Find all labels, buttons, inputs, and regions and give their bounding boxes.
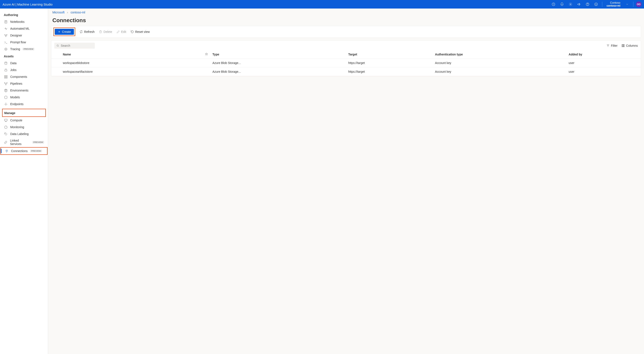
search-input[interactable] — [61, 44, 93, 47]
connections-panel: Filter Columns Name Type Target Authenti… — [51, 40, 641, 76]
data-icon — [4, 61, 8, 65]
svg-rect-27 — [623, 45, 623, 47]
sidebar-item-label: Environments — [10, 89, 28, 92]
resetview-label: Reset view — [135, 30, 150, 34]
table-header-row: Name Type Target Authentication type Add… — [51, 50, 641, 59]
svg-point-13 — [5, 62, 7, 63]
sidebar-item-monitoring[interactable]: Monitoring — [0, 124, 48, 130]
sidebar-item-jobs[interactable]: Jobs — [0, 67, 48, 73]
sidebar-item-tracing[interactable]: Tracing PREVIEW — [0, 46, 48, 53]
col-addedby[interactable]: Added by — [566, 50, 641, 59]
sidebar-item-components[interactable]: Components — [0, 73, 48, 80]
sidebar-item-label: Components — [10, 75, 27, 78]
sidebar-item-datalabeling[interactable]: Data Labeling — [0, 130, 48, 137]
sidebar-item-promptflow[interactable]: Prompt flow — [0, 39, 48, 46]
svg-point-10 — [6, 36, 6, 37]
automl-icon — [4, 27, 8, 31]
sidebar-section-authoring: Authoring — [0, 11, 48, 18]
filter-label: Filter — [611, 44, 618, 47]
columns-label: Columns — [626, 44, 638, 47]
sidebar-item-compute[interactable]: Compute — [0, 117, 48, 124]
filter-button[interactable]: Filter — [606, 44, 618, 47]
page-title: Connections — [48, 16, 644, 26]
sidebar-item-connections[interactable]: Connections PREVIEW — [1, 147, 47, 154]
sidebar-item-label: Jobs — [10, 68, 16, 72]
search-box[interactable] — [54, 43, 95, 49]
divider — [602, 2, 602, 7]
reset-icon — [130, 30, 134, 34]
panel-toolbar: Filter Columns — [51, 43, 641, 50]
sidebar-item-automl[interactable]: Automated ML — [0, 25, 48, 32]
sidebar-item-models[interactable]: Models — [0, 94, 48, 101]
help-icon[interactable] — [584, 1, 591, 8]
sidebar-item-label: Data Labeling — [10, 132, 28, 136]
svg-point-1 — [570, 4, 571, 5]
sidebar-item-label: Tracing — [10, 47, 20, 51]
sidebar-item-notebooks[interactable]: Notebooks — [0, 18, 48, 25]
sidebar-item-pipelines[interactable]: Pipelines — [0, 80, 48, 87]
history-icon[interactable] — [550, 1, 557, 8]
plus-icon — [58, 30, 61, 33]
refresh-button[interactable]: Refresh — [80, 30, 94, 34]
toolbar: Create Refresh Delete Edit Reset view — [51, 26, 641, 38]
svg-rect-15 — [6, 76, 7, 77]
table-row[interactable]: workspaceartifactstore Azure Blob Storag… — [51, 67, 641, 76]
svg-point-25 — [57, 45, 58, 46]
sidebar-item-label: Prompt flow — [10, 41, 26, 44]
terminal-icon — [4, 40, 8, 44]
workspace-name: contoso-ml — [606, 5, 620, 7]
filter-icon — [606, 44, 610, 47]
breadcrumb-root[interactable]: Microsoft — [52, 11, 64, 14]
sidebar-item-label: Connections — [11, 149, 28, 153]
components-icon — [4, 75, 8, 79]
col-type[interactable]: Type — [210, 50, 346, 59]
sidebar-item-label: Notebooks — [10, 20, 24, 24]
sidebar-item-designer[interactable]: Designer — [0, 32, 48, 39]
svg-rect-17 — [6, 77, 7, 78]
sidebar-item-endpoints[interactable]: Endpoints — [0, 101, 48, 107]
tenant-block[interactable]: Contoso contoso-ml — [605, 1, 622, 7]
sidebar-item-label: Pipelines — [10, 82, 22, 85]
col-target[interactable]: Target — [346, 50, 433, 59]
gear-icon[interactable] — [567, 1, 574, 8]
resetview-button[interactable]: Reset view — [130, 30, 150, 34]
avatar[interactable]: OO — [636, 2, 642, 7]
sidebar-item-label: Designer — [10, 34, 22, 37]
highlight-connections: Connections PREVIEW — [0, 147, 48, 155]
col-auth[interactable]: Authentication type — [433, 50, 567, 59]
sidebar-item-label: Endpoints — [10, 102, 24, 106]
cell-type: Azure Blob Storage... — [210, 67, 346, 76]
cell-auth: Account key — [433, 67, 567, 76]
columns-icon — [622, 44, 625, 47]
create-button[interactable]: Create — [55, 29, 74, 35]
delete-button: Delete — [99, 30, 112, 34]
sidebar-item-environments[interactable]: Environments — [0, 87, 48, 94]
breadcrumb-leaf[interactable]: contoso-ml — [70, 11, 85, 14]
chevron-down-icon[interactable] — [624, 1, 630, 8]
sidebar-item-linkedservices[interactable]: Linked Services PREVIEW — [0, 137, 48, 147]
col-name[interactable]: Name — [61, 50, 203, 59]
col-favorite[interactable] — [203, 50, 210, 59]
refresh-label: Refresh — [84, 30, 94, 34]
col-checkbox — [51, 50, 61, 59]
jobs-icon — [4, 68, 8, 72]
highlight-create: Create — [54, 28, 75, 36]
table-row[interactable]: workspaceblobstore Azure Blob Storage...… — [51, 59, 641, 67]
megaphone-icon[interactable] — [576, 1, 582, 8]
models-icon — [4, 95, 8, 99]
chevron-right-icon: › — [67, 11, 68, 14]
pencil-icon — [116, 30, 120, 34]
svg-point-18 — [4, 82, 5, 83]
endpoints-icon — [4, 102, 8, 106]
sidebar-item-data[interactable]: Data — [0, 60, 48, 67]
main-content: Microsoft › contoso-ml Connections Creat… — [48, 9, 644, 354]
preview-badge: PREVIEW — [30, 150, 42, 152]
sidebar-section-manage: Manage — [2, 109, 45, 116]
columns-button[interactable]: Columns — [622, 44, 638, 47]
smile-icon[interactable] — [593, 1, 600, 8]
sidebar-section-assets: Assets — [0, 53, 48, 60]
link-icon — [4, 140, 8, 144]
bell-icon[interactable] — [558, 1, 566, 8]
cell-target: https://target — [346, 59, 433, 67]
designer-icon — [4, 34, 8, 37]
